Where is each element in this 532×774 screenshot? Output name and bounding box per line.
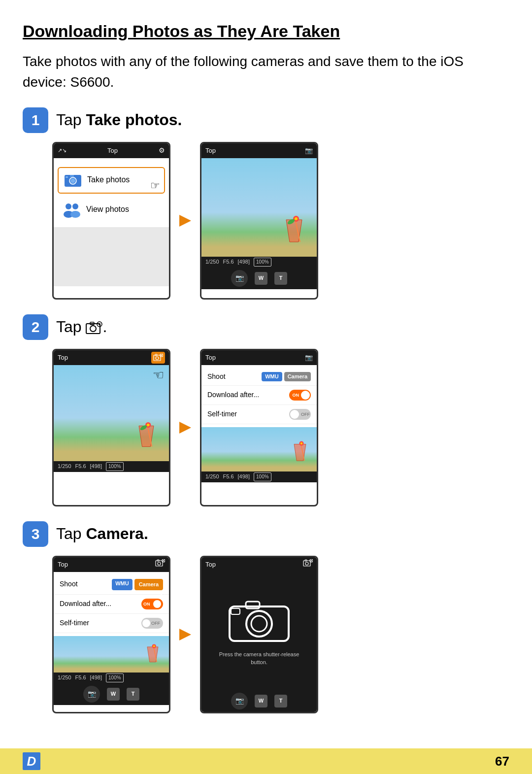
top-label-2a: Top (58, 353, 68, 362)
svg-point-28 (147, 424, 150, 427)
toggle-knob-download (301, 391, 310, 400)
wmu-btn-3a[interactable]: WMU (112, 579, 133, 590)
svg-point-6 (72, 203, 78, 209)
camera-btn-3a[interactable]: Camera ☜ (134, 579, 163, 590)
selftimer-label-3a: Self-timer (60, 618, 89, 628)
top-label-3b: Top (205, 560, 216, 569)
battery-2b: 100% (254, 472, 271, 481)
settings-list-3a: Shoot WMU Camera ☜ Download after... ON (54, 572, 169, 636)
photo-area-2a: ☜ (54, 365, 169, 461)
intro-text: Take photos with any of the following ca… (23, 51, 509, 93)
download-toggle[interactable] (289, 390, 311, 401)
bottom-controls-3b: 📷 W T (201, 690, 317, 712)
page-footer: D 67 (0, 748, 532, 774)
shutter-button[interactable]: 📷 (231, 270, 248, 287)
battery: 100% (254, 258, 271, 267)
step-2-label: Tap . (56, 316, 107, 338)
tele-btn-3b[interactable]: T (274, 695, 287, 707)
hand-cursor-2a: ☜ (153, 366, 164, 384)
shutter-btn-3b[interactable]: 📷 (231, 693, 248, 709)
step-3-label: Tap Camera. (56, 523, 148, 545)
svg-marker-30 (179, 422, 191, 434)
shutter-btn-3a[interactable]: 📷 (83, 686, 100, 703)
screen-title: Top (107, 146, 118, 155)
wifi-icon: ↗↘ (58, 147, 66, 154)
cam-icon-3a (155, 559, 165, 570)
top-label: Top (205, 146, 216, 155)
screen-3a-header: Top (54, 557, 169, 572)
toggle-knob-download-3a (153, 600, 161, 608)
toggle-knob-selftimer-3a (142, 619, 150, 627)
cam-icon-3b (303, 559, 313, 570)
settings-row-selftimer: Self-timer (201, 405, 317, 424)
status-bar-2a: 1/250 F5.6 [498] 100% (54, 461, 169, 472)
wide-btn-3a[interactable]: W (107, 688, 120, 701)
svg-point-21 (156, 357, 159, 360)
settings-list-2b: Shoot WMU Camera Download after... Self-… (201, 365, 317, 428)
selftimer-toggle[interactable] (289, 409, 311, 420)
download-toggle-3a[interactable]: ON (141, 599, 163, 609)
shutter-3a: 1/250 (58, 674, 71, 681)
photo-thumbnail-2b (201, 427, 317, 471)
status-bar-3a: 1/250 F5.6 [498] 100% (54, 673, 169, 683)
step-1-arrow (175, 211, 195, 231)
wmu-button[interactable]: WMU (262, 372, 282, 381)
step-1-screen-right: Top 📷 (200, 142, 318, 300)
step-3-screen-right: Top (200, 556, 318, 713)
camera-button[interactable]: Camera (284, 372, 311, 381)
iso-2a: [498] (90, 463, 102, 470)
step-3-screenshots: Top Shoot WMU (52, 556, 509, 713)
settings-row-shoot-3a: Shoot WMU Camera ☜ (54, 575, 169, 595)
svg-marker-9 (179, 215, 191, 227)
photo-thumbnail-3a (54, 636, 169, 673)
iso-2b: [498] (238, 473, 250, 480)
step-2-section: 2 Tap . Top (23, 314, 509, 506)
svg-rect-54 (231, 608, 240, 614)
step-3-section: 3 Tap Camera. Top (23, 521, 509, 713)
svg-point-34 (300, 442, 303, 445)
step-3-header: 3 Tap Camera. (23, 521, 509, 547)
step-2-arrow (175, 418, 195, 437)
selftimer-toggle-3a[interactable]: OFF (141, 618, 163, 629)
tele-button[interactable]: T (274, 272, 287, 285)
menu-item-take-photos[interactable]: Take photos ☞ (58, 167, 165, 194)
svg-rect-4 (66, 176, 68, 178)
screen-header: ↗↘ Top ⚙ (54, 143, 169, 158)
screen-right-header: Top 📷 (201, 143, 317, 158)
svg-point-36 (158, 562, 161, 565)
shoot-buttons-3a: WMU Camera ☜ (112, 579, 163, 590)
take-photos-label: Take photos (87, 174, 130, 185)
svg-point-13 (295, 217, 298, 220)
battery-2a: 100% (106, 462, 124, 471)
wide-btn-3b[interactable]: W (255, 695, 267, 707)
wide-button[interactable]: W (255, 272, 267, 285)
settings-icon-highlighted[interactable] (151, 352, 165, 364)
svg-point-19 (99, 323, 100, 325)
menu-item-view-photos[interactable]: View photos (54, 198, 169, 222)
cam-settings-icon (86, 321, 102, 335)
step-2-header: 2 Tap . (23, 314, 509, 340)
tele-btn-3a[interactable]: T (127, 688, 139, 701)
settings-row-download-3a: Download after... ON (54, 595, 169, 614)
aperture-3a: F5.6 (75, 674, 86, 681)
drink-3a (143, 643, 162, 670)
svg-point-46 (305, 562, 308, 565)
camera-icon-inline (86, 321, 102, 335)
drink-2b (290, 440, 310, 469)
aperture-2b: F5.6 (223, 473, 234, 480)
svg-point-5 (66, 203, 71, 209)
cam-icon-2b: 📷 (305, 353, 313, 362)
step-1-section: 1 Tap Take photos. ↗↘ Top ⚙ (23, 107, 509, 300)
step-2-badge: 2 (23, 314, 48, 340)
top-label-2b: Top (205, 353, 216, 362)
screen-3b-header: Top (201, 557, 317, 572)
cam-icon: 📷 (305, 146, 313, 155)
footer-badge: D (23, 752, 40, 770)
shoot-label-3a: Shoot (60, 579, 78, 589)
bottom-controls-3a: 📷 W T (54, 683, 169, 705)
step-3-screen-left: Top Shoot WMU (52, 556, 170, 713)
drink-decoration (281, 215, 307, 251)
svg-point-24 (161, 354, 162, 355)
aperture: F5.6 (223, 258, 234, 266)
press-camera-text: Press the camera shutter-release button. (211, 651, 307, 666)
